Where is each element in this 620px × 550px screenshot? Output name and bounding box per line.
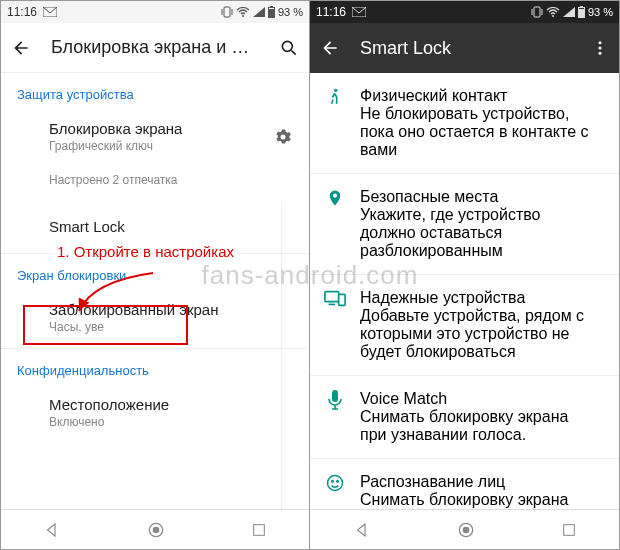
svg-rect-28 <box>332 390 338 402</box>
battery-icon <box>578 6 585 18</box>
nav-recent-icon[interactable] <box>561 522 577 538</box>
app-bar: Smart Lock <box>310 23 619 73</box>
svg-rect-20 <box>579 8 584 9</box>
item-title: Smart Lock <box>49 218 293 235</box>
item-subtitle: Снимать блокировку экрана при узнавании … <box>360 491 597 509</box>
item-title: Местоположение <box>49 396 293 413</box>
item-subtitle: Настроено 2 отпечатка <box>49 173 293 189</box>
face-icon <box>325 473 345 493</box>
item-location[interactable]: Местоположение Включено <box>1 384 309 443</box>
vibrate-icon <box>221 6 233 18</box>
item-subtitle: Укажите, где устройство должно оставатьс… <box>360 206 597 260</box>
settings-list: Защита устройства Блокировка экрана Граф… <box>1 73 309 509</box>
annotation-callout-1: 1. Откройте в настройках <box>53 243 238 260</box>
signal-icon <box>253 7 265 17</box>
devices-icon <box>324 289 346 307</box>
battery-percent: 93 % <box>588 6 613 18</box>
item-title: Безопасные места <box>360 188 597 206</box>
item-subtitle: Включено <box>49 415 293 431</box>
item-subtitle: Не блокировать устройство, пока оно оста… <box>360 105 597 159</box>
search-icon[interactable] <box>279 38 299 58</box>
gmail-icon <box>352 7 366 17</box>
svg-point-22 <box>599 47 602 50</box>
svg-rect-6 <box>270 6 273 7</box>
walk-icon <box>325 87 345 107</box>
nav-bar <box>1 509 309 549</box>
item-title: Распознавание лиц <box>360 473 597 491</box>
svg-rect-1 <box>224 7 230 17</box>
item-voice-match[interactable]: Voice Match Снимать блокировку экрана пр… <box>310 376 619 458</box>
item-body-detection[interactable]: Физический контакт Не блокировать устрой… <box>310 73 619 173</box>
svg-rect-25 <box>325 292 339 302</box>
gmail-icon <box>43 7 57 17</box>
nav-recent-icon[interactable] <box>251 522 267 538</box>
nav-back-icon[interactable] <box>353 521 371 539</box>
item-trusted-places[interactable]: Безопасные места Укажите, где устройство… <box>310 174 619 274</box>
svg-point-33 <box>462 526 469 533</box>
vibrate-icon <box>531 6 543 18</box>
back-icon[interactable] <box>11 38 31 58</box>
item-title: Блокировка экрана <box>49 120 273 137</box>
page-title: Smart Lock <box>360 38 571 59</box>
status-time: 11:16 <box>316 5 346 19</box>
svg-point-8 <box>282 41 292 51</box>
phone-screenshot-left: 11:16 93 % Блокировка экрана и б… Защита… <box>1 1 310 549</box>
nav-home-icon[interactable] <box>456 520 476 540</box>
gear-icon[interactable] <box>273 127 293 147</box>
svg-point-30 <box>332 481 334 483</box>
smartlock-list: Физический контакт Не блокировать устрой… <box>310 73 619 509</box>
status-bar: 11:16 93 % <box>1 1 309 23</box>
svg-point-23 <box>599 52 602 55</box>
svg-point-21 <box>599 41 602 44</box>
svg-point-11 <box>153 526 160 533</box>
svg-point-4 <box>242 15 244 17</box>
wifi-icon <box>236 7 250 17</box>
svg-rect-14 <box>534 7 540 17</box>
battery-percent: 93 % <box>278 6 303 18</box>
back-icon[interactable] <box>320 38 340 58</box>
overflow-icon[interactable] <box>591 39 609 57</box>
nav-home-icon[interactable] <box>146 520 166 540</box>
item-subtitle: Добавьте устройства, рядом с которыми эт… <box>360 307 597 361</box>
item-face-unlock[interactable]: Распознавание лиц Снимать блокировку экр… <box>310 459 619 509</box>
app-bar: Блокировка экрана и б… <box>1 23 309 73</box>
svg-rect-27 <box>339 294 345 305</box>
item-subtitle: Графический ключ <box>49 139 273 155</box>
item-title: Voice Match <box>360 390 597 408</box>
wifi-icon <box>546 7 560 17</box>
status-bar: 11:16 93 % <box>310 1 619 23</box>
status-time: 11:16 <box>7 5 37 19</box>
svg-line-9 <box>292 50 296 54</box>
svg-point-31 <box>337 481 339 483</box>
svg-rect-19 <box>580 6 583 7</box>
annotation-highlight-box <box>23 305 188 345</box>
item-fingerprint[interactable]: Настроено 2 отпечатка <box>1 167 309 201</box>
nav-bar <box>310 509 619 549</box>
page-title: Блокировка экрана и б… <box>51 37 259 58</box>
section-header: Конфиденциальность <box>1 349 309 384</box>
item-subtitle: Снимать блокировку экрана при узнавании … <box>360 408 597 444</box>
item-title: Физический контакт <box>360 87 597 105</box>
svg-point-17 <box>552 15 554 17</box>
item-trusted-devices[interactable]: Надежные устройства Добавьте устройства,… <box>310 275 619 375</box>
nav-back-icon[interactable] <box>43 521 61 539</box>
phone-screenshot-right: 11:16 93 % Smart Lock Физический контакт <box>310 1 619 549</box>
item-title: Надежные устройства <box>360 289 597 307</box>
svg-point-24 <box>334 89 337 92</box>
svg-rect-34 <box>563 524 574 535</box>
signal-icon <box>563 7 575 17</box>
svg-rect-7 <box>269 8 274 9</box>
place-icon <box>326 188 344 208</box>
item-screen-lock[interactable]: Блокировка экрана Графический ключ <box>1 108 309 167</box>
mic-icon <box>328 390 342 410</box>
battery-icon <box>268 6 275 18</box>
section-header: Защита устройства <box>1 73 309 108</box>
svg-point-29 <box>328 476 343 491</box>
svg-rect-12 <box>253 524 264 535</box>
